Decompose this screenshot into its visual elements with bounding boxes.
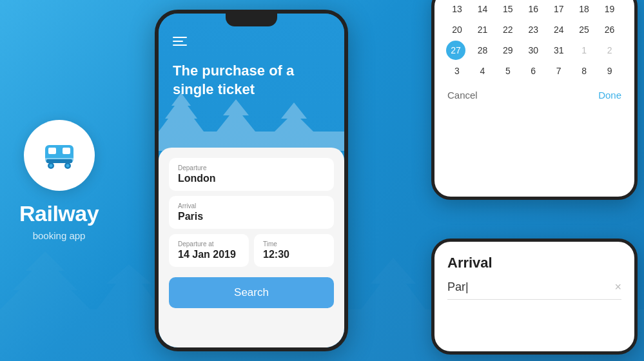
calendar-day-20[interactable]: 20 [446, 20, 468, 39]
departure-at-value: 14 Jan 2019 [178, 249, 240, 260]
svg-rect-8 [46, 159, 72, 163]
calendar-day-4[interactable]: 4 [471, 61, 493, 81]
date-time-row: Departure at 14 Jan 2019 Time 12:30 [169, 234, 334, 267]
calendar-day-18[interactable]: 18 [573, 0, 595, 19]
calendar-day-8[interactable]: 8 [573, 61, 595, 81]
departure-label: Departure [178, 164, 325, 171]
calendar-day-21[interactable]: 21 [471, 20, 493, 39]
calendar-day-22[interactable]: 22 [497, 20, 519, 39]
brand-name: Railway [19, 201, 99, 226]
calendar-day-9[interactable]: 9 [599, 61, 621, 81]
calendar-day-3[interactable]: 3 [446, 61, 468, 81]
time-value: 12:30 [263, 249, 325, 260]
phone-main: The purchase of a single ticket Departur… [155, 10, 348, 351]
departure-at-label: Departure at [178, 240, 240, 248]
phone-calendar: 1314151617181920212223242526272829303112… [431, 0, 638, 200]
calendar-day-5[interactable]: 5 [497, 61, 519, 81]
arrival-clear-icon[interactable]: × [614, 280, 621, 294]
calendar-day-6[interactable]: 6 [522, 61, 544, 81]
calendar-day-15[interactable]: 15 [497, 0, 519, 19]
train-icon [40, 135, 79, 176]
arrival-field[interactable]: Arrival Paris [169, 196, 334, 229]
calendar-day-17[interactable]: 17 [548, 0, 570, 19]
calendar-day-31[interactable]: 31 [548, 41, 570, 60]
branding-section: Railway booking app [19, 120, 99, 241]
svg-point-5 [49, 164, 52, 168]
calendar-day-26[interactable]: 26 [599, 20, 621, 39]
departure-at-field[interactable]: Departure at 14 Jan 2019 [169, 234, 249, 267]
hamburger-menu[interactable] [173, 37, 187, 46]
calendar-done[interactable]: Done [598, 90, 621, 101]
calendar-day-25[interactable]: 25 [573, 20, 595, 39]
phone-notch [226, 14, 277, 26]
phone-hero-text: The purchase of a single ticket [173, 62, 330, 99]
calendar-grid: 1314151617181920212223242526272829303112… [445, 0, 624, 82]
arrival-label: Arrival [178, 202, 325, 210]
calendar-day-19[interactable]: 19 [599, 0, 621, 19]
calendar-day-14[interactable]: 14 [471, 0, 493, 19]
arrival-input-row[interactable]: Par| × [447, 280, 621, 300]
time-field[interactable]: Time 12:30 [254, 234, 334, 267]
calendar-actions: Cancel Done [445, 84, 624, 101]
calendar-day-27[interactable]: 27 [446, 41, 465, 60]
arrival-value: Paris [178, 211, 325, 222]
train-logo [24, 120, 95, 191]
calendar-day-2[interactable]: 2 [599, 41, 621, 60]
time-label: Time [263, 240, 325, 248]
svg-rect-1 [48, 148, 56, 154]
phone-form-card: Departure London Arrival Paris Departure… [159, 148, 344, 347]
calendar-day-7[interactable]: 7 [548, 61, 570, 81]
brand-subtitle: booking app [33, 230, 86, 241]
svg-rect-2 [63, 148, 70, 154]
calendar-day-13[interactable]: 13 [446, 0, 468, 19]
calendar-day-24[interactable]: 24 [548, 20, 570, 39]
departure-value: London [178, 173, 325, 184]
calendar-day-1[interactable]: 1 [573, 41, 595, 60]
calendar-day-16[interactable]: 16 [522, 0, 544, 19]
calendar-day-30[interactable]: 30 [522, 41, 544, 60]
search-button[interactable]: Search [169, 277, 334, 308]
calendar-day-28[interactable]: 28 [471, 41, 493, 60]
departure-field[interactable]: Departure London [169, 158, 334, 191]
calendar-cancel[interactable]: Cancel [447, 90, 478, 101]
phone-arrival: Arrival Par| × [431, 239, 638, 355]
arrival-title: Arrival [447, 255, 621, 271]
calendar-day-23[interactable]: 23 [522, 20, 544, 39]
svg-point-7 [66, 164, 69, 168]
arrival-input-text: Par| [447, 280, 614, 294]
calendar-day-29[interactable]: 29 [497, 41, 519, 60]
